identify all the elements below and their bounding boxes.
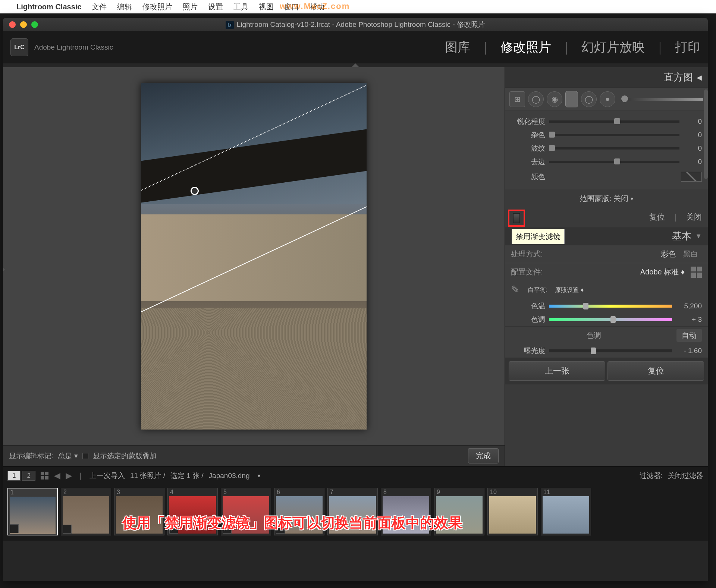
thumbnail[interactable]: 5 — [221, 488, 271, 535]
done-button[interactable]: 完成 — [468, 448, 499, 463]
prev-photo-button[interactable]: 上一张 — [509, 361, 605, 381]
module-develop[interactable]: 修改照片 — [500, 39, 551, 56]
brand-label: Adobe Lightroom Classic — [34, 43, 113, 51]
screen-mode-toggle[interactable]: 1 2 — [7, 471, 35, 481]
noise-value: 0 — [683, 131, 702, 139]
thumbnail[interactable]: 8 — [381, 488, 431, 535]
screen-2[interactable]: 2 — [22, 471, 35, 481]
gradient-filter-tool-icon[interactable] — [565, 91, 578, 107]
filename: Japan03.dng — [209, 472, 250, 480]
auto-tone-button[interactable]: 自动 — [676, 329, 702, 342]
reset-button[interactable]: 复位 — [649, 212, 665, 222]
menu-photo[interactable]: 照片 — [183, 2, 198, 12]
gradient-pin-icon[interactable] — [191, 187, 199, 195]
show-edit-dropdown[interactable]: 总是 ▾ — [58, 451, 78, 461]
filter-actions: 复位 ｜ 关闭 禁用渐变滤镜 — [505, 207, 708, 227]
badge-icon — [63, 525, 72, 534]
filter-label: 过滤器: — [640, 471, 663, 481]
canvas-main[interactable] — [3, 67, 505, 445]
module-print[interactable]: 打印 — [675, 39, 700, 56]
radial-filter-tool-icon[interactable]: ◯ — [581, 91, 597, 107]
wb-value[interactable]: 原照设置 ♦ — [555, 286, 584, 294]
moire-slider[interactable] — [549, 147, 679, 150]
collection-name[interactable]: 上一次导入 — [90, 471, 125, 481]
photo-preview[interactable] — [141, 83, 367, 430]
brush-tool-icon[interactable]: ● — [600, 91, 615, 107]
sharpness-value: 0 — [683, 117, 702, 126]
menu-window[interactable]: 窗口 — [284, 2, 299, 12]
eyedropper-icon[interactable]: ✎ — [511, 283, 524, 297]
exposure-slider[interactable] — [549, 349, 672, 352]
temp-value: 5,200 — [676, 302, 702, 310]
defringe-label: 去边 — [511, 157, 545, 167]
defringe-value: 0 — [683, 158, 702, 166]
canvas-toolbar: 显示编辑标记: 总是 ▾ 显示选定的蒙版叠加 完成 — [3, 445, 505, 466]
color-label: 颜色 — [511, 172, 545, 182]
menu-view[interactable]: 视图 — [259, 2, 274, 12]
thumbnail[interactable]: 6 — [274, 488, 324, 535]
thumbnail[interactable]: 3 — [114, 488, 164, 535]
thumbnail[interactable]: 7 — [327, 488, 378, 535]
temp-slider[interactable] — [549, 305, 672, 308]
close-button[interactable]: 关闭 — [686, 212, 702, 222]
collapse-top-icon[interactable] — [352, 63, 359, 67]
mask-overlay-checkbox[interactable] — [82, 453, 88, 459]
treatment-color[interactable]: 彩色 — [657, 248, 679, 261]
disable-gradient-filter-toggle[interactable] — [508, 210, 525, 227]
histogram-header[interactable]: 直方图◀ — [505, 67, 708, 88]
nav-forward-icon[interactable]: ▶ — [66, 471, 72, 481]
app-logo-icon: LrC — [10, 38, 28, 56]
effect-sliders: 锐化程度0 杂色0 波纹0 去边0 颜色 — [505, 110, 708, 189]
thumbnail[interactable]: 11 — [541, 488, 591, 535]
profile-value[interactable]: Adobe 标准 ♦ — [640, 267, 685, 277]
redeye-tool-icon[interactable]: ◉ — [547, 91, 562, 107]
app-name[interactable]: Lightroom Classic — [16, 3, 81, 11]
module-library[interactable]: 图库 — [445, 39, 470, 56]
badge-icon — [276, 525, 285, 534]
menu-help[interactable]: 帮助 — [310, 2, 324, 12]
screen-1[interactable]: 1 — [7, 471, 21, 481]
menu-tools[interactable]: 工具 — [233, 2, 248, 12]
photo-count: 11 张照片 / — [130, 471, 165, 481]
grid-view-icon[interactable] — [41, 472, 49, 480]
sharpness-slider[interactable] — [549, 120, 679, 123]
app-window: LrLightroom Catalog-v10-2.lrcat - Adobe … — [3, 18, 708, 581]
switch-icon — [513, 213, 520, 223]
mask-slider[interactable] — [621, 98, 703, 101]
menu-file[interactable]: 文件 — [92, 2, 107, 12]
color-swatch[interactable] — [681, 172, 702, 182]
separator: ｜ — [560, 39, 572, 56]
profile-label: 配置文件: — [511, 267, 543, 277]
tone-label: 色调 — [586, 330, 601, 340]
range-mask-row[interactable]: 范围蒙版: 关闭 ♦ — [505, 189, 708, 207]
badge-icon — [169, 525, 178, 534]
module-slideshow[interactable]: 幻灯片放映 — [581, 39, 645, 56]
tint-slider[interactable] — [549, 318, 672, 321]
dropdown-icon[interactable]: ▼ — [257, 473, 262, 479]
crop-tool-icon[interactable]: ⊞ — [509, 91, 525, 107]
menu-edit[interactable]: 编辑 — [117, 2, 132, 12]
treatment-bw[interactable]: 黑白 — [679, 248, 702, 261]
noise-slider[interactable] — [549, 134, 679, 136]
profile-browser-icon[interactable] — [691, 267, 702, 278]
defringe-slider[interactable] — [549, 161, 679, 163]
filter-dropdown[interactable]: 关闭过滤器 — [668, 471, 703, 481]
scrollbar[interactable] — [704, 89, 708, 179]
thumbnail[interactable]: 1 — [7, 488, 58, 535]
sharpness-label: 锐化程度 — [511, 117, 545, 126]
nav-back-icon[interactable]: ◀ — [54, 471, 60, 481]
menu-develop[interactable]: 修改照片 — [142, 2, 172, 12]
reset-all-button[interactable]: 复位 — [607, 361, 704, 381]
menu-settings[interactable]: 设置 — [208, 2, 223, 12]
filmstrip: 1 2 3 4 5 6 7 8 9 10 11 使用「禁用渐变滤镜」图标可以切换… — [3, 485, 708, 541]
dropdown-icon: ♦ — [631, 195, 633, 201]
thumbnail[interactable]: 9 — [434, 488, 484, 535]
thumbnail[interactable]: 10 — [487, 488, 538, 535]
toolstrip: ⊞ ◯ ◉ ◯ ● — [505, 88, 708, 110]
tint-value: + 3 — [676, 315, 702, 324]
thumbnail[interactable]: 2 — [61, 488, 111, 535]
thumbnail[interactable]: 4 — [167, 488, 218, 535]
exposure-value: - 1.60 — [676, 347, 702, 355]
spot-tool-icon[interactable]: ◯ — [528, 91, 544, 107]
filmstrip-bar: 1 2 ◀ ▶ ｜ 上一次导入 11 张照片 / 选定 1 张 / Japan0… — [3, 466, 708, 485]
